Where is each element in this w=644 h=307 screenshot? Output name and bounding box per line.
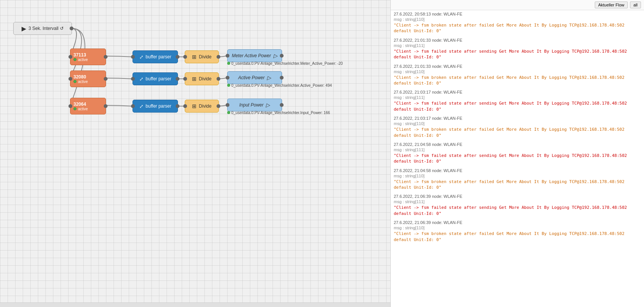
- output2-port-left: [226, 76, 229, 80]
- log-content[interactable]: 27.6.2022, 20:58:13 node: WLAN-FEmsg : s…: [391, 10, 644, 307]
- log-message-4: "Client -> fsm broken state after failed…: [394, 127, 641, 138]
- buffer1-port-left: [131, 55, 135, 59]
- output3-label: Input Power: [239, 102, 264, 108]
- log-timestamp-5: 27.6.2022, 21:04:58 node: WLAN-FE: [394, 142, 641, 147]
- modbus2-status: active: [73, 80, 88, 84]
- output3-port-left: [226, 103, 229, 107]
- log-message-6: "Client -> fsm broken state after failed…: [394, 179, 641, 191]
- divide3-port-left: [183, 104, 187, 108]
- buffer2-port-left: [131, 77, 135, 81]
- log-message-7: "Client -> fsm failed state after sendin…: [394, 205, 641, 216]
- modbus3-status-dot: [73, 107, 76, 110]
- output1-label: Meter Active Power: [232, 53, 271, 58]
- divide2-port-left: [183, 77, 187, 81]
- modbus3-port-left: [69, 104, 72, 108]
- expand-icon-2: ⤢: [139, 76, 143, 82]
- log-message-1: "Client -> fsm failed state after sendin…: [394, 49, 641, 60]
- current-flow-button[interactable]: Aktueller Flow: [595, 2, 628, 8]
- output-node-3[interactable]: Input Power ▷: [227, 99, 282, 111]
- modbus1-port-right: [104, 55, 108, 59]
- output3-arrow: ▷: [266, 102, 270, 108]
- log-meta-5: msg : string[111]: [394, 147, 641, 152]
- flow-canvas[interactable]: ▶ 3 Sek. Intervall ↺ 37113 active 32080 …: [0, 0, 390, 307]
- buffer1-port-right: [176, 55, 179, 59]
- log-timestamp-2: 27.6.2022, 21:01:33 node: WLAN-FE: [394, 64, 641, 69]
- interval-label: 3 Sek. Intervall ↺: [28, 26, 64, 31]
- divide1-port-right: [217, 55, 220, 59]
- expand-icon-3: ⤢: [139, 103, 143, 109]
- log-meta-1: msg : string[111]: [394, 43, 641, 48]
- modbus-node-3[interactable]: 32064 active: [70, 98, 106, 114]
- log-panel-header: Aktueller Flow all: [391, 0, 644, 10]
- connections-svg: [0, 0, 390, 307]
- buffer2-label: buffer parser: [146, 76, 172, 81]
- interval-icon: ▶: [22, 25, 26, 32]
- modbus3-port-right: [104, 104, 108, 108]
- output2-label: Active Power: [238, 75, 265, 80]
- log-message-3: "Client -> fsm failed state after sendin…: [394, 100, 641, 112]
- buffer3-port-left: [131, 104, 135, 108]
- log-timestamp-1: 27.6.2022, 21:01:33 node: WLAN-FE: [394, 38, 641, 42]
- buffer3-label: buffer parser: [146, 103, 172, 109]
- divide1-port-left: [183, 55, 187, 59]
- output1-port-right: [280, 54, 284, 58]
- divide3-icon: ⊞: [192, 103, 196, 109]
- log-message-8: "Client -> fsm broken state after failed…: [394, 231, 641, 243]
- log-message-5: "Client -> fsm failed state after sendin…: [394, 153, 641, 164]
- log-timestamp-7: 27.6.2022, 21:06:39 node: WLAN-FE: [394, 194, 641, 199]
- expand-icon-1: ⤢: [139, 54, 143, 60]
- log-timestamp-0: 27.6.2022, 20:58:13 node: WLAN-FE: [394, 12, 641, 16]
- log-entry-2: 27.6.2022, 21:01:33 node: WLAN-FEmsg : s…: [394, 64, 641, 86]
- modbus3-status: active: [73, 107, 88, 111]
- modbus3-title: 32064: [73, 102, 86, 107]
- log-entry-8: 27.6.2022, 21:06:39 node: WLAN-FEmsg : s…: [394, 220, 641, 243]
- canvas-scrollbar-bottom[interactable]: [0, 302, 390, 307]
- log-entry-1: 27.6.2022, 21:01:33 node: WLAN-FEmsg : s…: [394, 38, 641, 60]
- divide-node-1[interactable]: ⊞ Divide: [185, 50, 219, 63]
- buffer-node-2[interactable]: ⤢ buffer parser: [133, 72, 178, 85]
- modbus1-title: 37113: [73, 52, 86, 58]
- buffer2-port-right: [176, 77, 179, 81]
- modbus2-title: 32080: [73, 74, 86, 80]
- divide1-label: Divide: [199, 54, 211, 60]
- divide3-label: Divide: [199, 103, 211, 109]
- modbus1-port-left: [69, 55, 72, 59]
- modbus2-port-right: [104, 77, 108, 81]
- log-panel: Aktueller Flow all 27.6.2022, 20:58:13 n…: [390, 0, 644, 307]
- divide-node-2[interactable]: ⊞ Divide: [185, 72, 219, 85]
- divide3-port-right: [217, 104, 220, 108]
- interval-port-right: [70, 27, 73, 30]
- output2-dot: [227, 84, 230, 87]
- all-button[interactable]: all: [630, 2, 641, 8]
- buffer-node-3[interactable]: ⤢ buffer parser: [133, 100, 178, 113]
- divide1-icon: ⊞: [192, 54, 196, 60]
- log-meta-2: msg : string[110]: [394, 69, 641, 74]
- output-node-2[interactable]: Active Power ▷: [227, 71, 282, 84]
- modbus-node-2[interactable]: 32080 active: [70, 70, 106, 87]
- output1-port-left: [226, 54, 229, 58]
- buffer-node-1[interactable]: ⤢ buffer parser: [133, 50, 178, 63]
- output2-arrow: ▷: [267, 75, 271, 81]
- output2-sublabel: 0_userdata.0.PV-Anlage_Wechselrichter.Ac…: [227, 83, 332, 88]
- log-message-0: "Client -> fsm broken state after failed…: [394, 22, 641, 34]
- log-meta-4: msg : string[110]: [394, 121, 641, 126]
- log-timestamp-4: 27.6.2022, 21:03:17 node: WLAN-FE: [394, 116, 641, 121]
- divide-node-3[interactable]: ⊞ Divide: [185, 100, 219, 113]
- output1-sublabel: 0_userdata.0.PV-Anlage_Wechselrichter.Me…: [227, 61, 343, 66]
- output-node-1[interactable]: Meter Active Power ▷: [227, 49, 282, 62]
- log-timestamp-6: 27.6.2022, 21:04:58 node: WLAN-FE: [394, 168, 641, 173]
- modbus2-port-left: [69, 77, 72, 81]
- log-meta-3: msg : string[111]: [394, 95, 641, 100]
- log-meta-8: msg : string[110]: [394, 226, 641, 230]
- log-entry-5: 27.6.2022, 21:04:58 node: WLAN-FEmsg : s…: [394, 142, 641, 164]
- divide2-icon: ⊞: [192, 76, 196, 82]
- modbus1-status: active: [73, 58, 88, 62]
- log-entry-7: 27.6.2022, 21:06:39 node: WLAN-FEmsg : s…: [394, 194, 641, 216]
- output3-dot: [227, 111, 230, 114]
- modbus-node-1[interactable]: 37113 active: [70, 49, 106, 65]
- log-entry-3: 27.6.2022, 21:03:17 node: WLAN-FEmsg : s…: [394, 90, 641, 112]
- output1-arrow: ▷: [273, 53, 278, 59]
- interval-node[interactable]: ▶ 3 Sek. Intervall ↺: [13, 22, 72, 35]
- log-timestamp-8: 27.6.2022, 21:06:39 node: WLAN-FE: [394, 220, 641, 225]
- output3-port-right: [280, 103, 284, 107]
